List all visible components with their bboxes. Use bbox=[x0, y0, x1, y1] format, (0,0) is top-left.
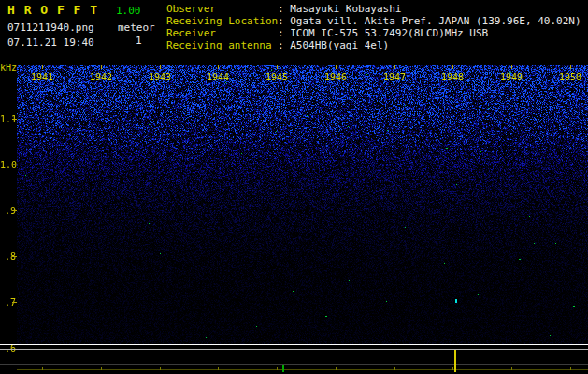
x-axis-tick-label: 1950 bbox=[559, 72, 581, 82]
y-axis-unit-label: kHz bbox=[0, 63, 17, 73]
capture-datetime: 07.11.21 19:40 bbox=[7, 36, 94, 49]
y-axis-tick bbox=[12, 210, 17, 211]
info-label: Receiving antenna bbox=[166, 39, 278, 51]
x-axis-tick-label: 1945 bbox=[265, 72, 288, 82]
x-axis-tick bbox=[394, 65, 395, 69]
level-green-tick bbox=[282, 365, 284, 372]
info-value: ICOM IC-575 53.7492(8LCD)MHz USB bbox=[290, 27, 488, 39]
app-title: H R O F F T bbox=[7, 3, 98, 17]
x-axis-tick-label: 1947 bbox=[383, 72, 406, 82]
hrofft-output-window: H R O F F T 1.00 0711211940.png meteor 1… bbox=[0, 0, 588, 374]
x-axis-tick bbox=[277, 65, 278, 69]
y-axis-tick bbox=[12, 256, 17, 257]
x-axis-tick-label: 1948 bbox=[441, 72, 464, 82]
x-axis-tick bbox=[218, 65, 219, 69]
y-axis-tick bbox=[12, 165, 17, 165]
info-separator: : bbox=[278, 27, 290, 39]
station-info-row: Receiver: ICOM IC-575 53.7492(8LCD)MHz U… bbox=[166, 27, 581, 39]
info-label: Receiving Location bbox=[166, 15, 278, 27]
x-axis-tick bbox=[511, 65, 512, 69]
level-minute-tick bbox=[336, 367, 337, 370]
level-minute-tick bbox=[218, 367, 219, 370]
info-label: Observer bbox=[166, 3, 278, 15]
y-axis-tick bbox=[12, 119, 17, 120]
station-info-row: Receiving Location: Ogata-vill. Akita-Pr… bbox=[166, 15, 581, 27]
level-minute-tick bbox=[570, 367, 571, 370]
x-axis-tick-label: 1941 bbox=[31, 72, 53, 82]
level-ref-line bbox=[0, 364, 588, 365]
info-separator: : bbox=[278, 39, 290, 51]
level-baseline bbox=[17, 369, 588, 370]
level-minute-tick bbox=[452, 367, 453, 370]
app-version: 1.00 bbox=[116, 5, 141, 17]
x-axis-tick bbox=[452, 65, 453, 69]
x-axis-tick-label: 1942 bbox=[90, 72, 112, 82]
level-minute-tick bbox=[101, 367, 102, 370]
x-axis-tick-label: 1949 bbox=[500, 72, 523, 82]
x-axis-tick bbox=[160, 65, 161, 69]
level-minute-tick bbox=[277, 367, 278, 370]
level-minute-tick bbox=[160, 367, 161, 370]
level-minute-tick bbox=[394, 367, 395, 370]
x-axis-tick bbox=[570, 65, 571, 69]
y-axis-tick bbox=[12, 302, 17, 303]
level-minute-tick bbox=[511, 367, 512, 370]
station-info-row: Observer: Masayuki Kobayashi bbox=[166, 3, 581, 15]
spectrogram-canvas bbox=[17, 65, 588, 344]
info-label: Receiver bbox=[166, 27, 278, 39]
station-info-row: Receiving antenna: A504HB(yagi 4el) bbox=[166, 39, 581, 51]
info-separator: : bbox=[278, 15, 290, 27]
meteor-counter-value: 1 bbox=[136, 35, 142, 47]
meteor-counter-label: meteor bbox=[118, 22, 155, 34]
x-axis-tick-label: 1943 bbox=[149, 72, 171, 82]
x-axis-tick bbox=[42, 65, 43, 69]
info-value: A504HB(yagi 4el) bbox=[290, 39, 389, 51]
x-axis-tick-label: 1946 bbox=[324, 72, 347, 82]
info-value: Ogata-vill. Akita-Pref. JAPAN (139.96E, … bbox=[290, 15, 581, 27]
output-filename: 0711211940.png bbox=[7, 22, 94, 34]
meteor-echo-spike bbox=[454, 350, 456, 372]
x-axis-tick-label: 1944 bbox=[207, 72, 229, 82]
x-axis-tick bbox=[336, 65, 337, 69]
x-axis-tick bbox=[101, 65, 102, 69]
station-info-table: Observer: Masayuki KobayashiReceiving Lo… bbox=[166, 3, 581, 51]
frame-line-second bbox=[0, 349, 588, 350]
info-separator: : bbox=[278, 3, 290, 15]
frame-line-top bbox=[0, 344, 588, 345]
level-minute-tick bbox=[42, 367, 43, 370]
info-value: Masayuki Kobayashi bbox=[290, 3, 401, 15]
